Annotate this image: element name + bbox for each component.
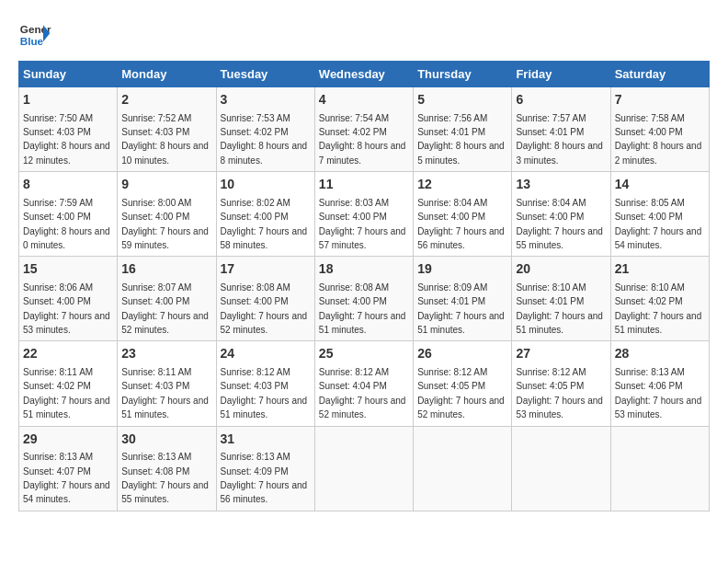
column-header-tuesday: Tuesday bbox=[216, 62, 314, 87]
day-number: 13 bbox=[516, 176, 606, 194]
week-row-5: 29 Sunrise: 8:13 AMSunset: 4:07 PMDaylig… bbox=[19, 426, 710, 511]
day-number: 15 bbox=[23, 260, 113, 279]
week-row-3: 15 Sunrise: 8:06 AMSunset: 4:00 PMDaylig… bbox=[19, 257, 710, 341]
day-cell: 6 Sunrise: 7:57 AMSunset: 4:01 PMDayligh… bbox=[512, 87, 610, 172]
day-cell: 10 Sunrise: 8:02 AMSunset: 4:00 PMDaylig… bbox=[216, 172, 314, 257]
day-info: Sunrise: 8:03 AMSunset: 4:00 PMDaylight:… bbox=[319, 198, 406, 250]
day-cell: 23 Sunrise: 8:11 AMSunset: 4:03 PMDaylig… bbox=[118, 341, 216, 426]
day-info: Sunrise: 8:12 AMSunset: 4:04 PMDaylight:… bbox=[319, 367, 406, 419]
day-number: 10 bbox=[221, 176, 311, 194]
day-cell: 17 Sunrise: 8:08 AMSunset: 4:00 PMDaylig… bbox=[216, 257, 314, 341]
day-cell: 24 Sunrise: 8:12 AMSunset: 4:03 PMDaylig… bbox=[216, 341, 314, 426]
day-info: Sunrise: 7:53 AMSunset: 4:02 PMDaylight:… bbox=[221, 113, 308, 166]
day-cell bbox=[314, 426, 413, 511]
day-cell: 9 Sunrise: 8:00 AMSunset: 4:00 PMDayligh… bbox=[118, 172, 216, 257]
day-cell: 25 Sunrise: 8:12 AMSunset: 4:04 PMDaylig… bbox=[314, 341, 413, 426]
day-number: 18 bbox=[319, 260, 409, 279]
day-number: 1 bbox=[23, 91, 113, 109]
day-cell: 3 Sunrise: 7:53 AMSunset: 4:02 PMDayligh… bbox=[216, 87, 314, 172]
day-cell: 4 Sunrise: 7:54 AMSunset: 4:02 PMDayligh… bbox=[314, 87, 413, 172]
day-cell: 27 Sunrise: 8:12 AMSunset: 4:05 PMDaylig… bbox=[512, 341, 610, 426]
day-info: Sunrise: 8:12 AMSunset: 4:05 PMDaylight:… bbox=[516, 367, 603, 419]
day-info: Sunrise: 7:54 AMSunset: 4:02 PMDaylight:… bbox=[319, 113, 406, 166]
day-cell: 31 Sunrise: 8:13 AMSunset: 4:09 PMDaylig… bbox=[216, 426, 314, 511]
day-cell: 1 Sunrise: 7:50 AMSunset: 4:03 PMDayligh… bbox=[19, 87, 118, 172]
day-cell bbox=[414, 426, 512, 511]
logo-icon: General Blue bbox=[18, 18, 51, 52]
day-info: Sunrise: 8:13 AMSunset: 4:09 PMDaylight:… bbox=[221, 452, 308, 504]
day-cell: 28 Sunrise: 8:13 AMSunset: 4:06 PMDaylig… bbox=[610, 341, 709, 426]
day-info: Sunrise: 7:58 AMSunset: 4:00 PMDaylight:… bbox=[615, 113, 702, 166]
day-cell: 14 Sunrise: 8:05 AMSunset: 4:00 PMDaylig… bbox=[610, 172, 709, 257]
day-cell: 18 Sunrise: 8:08 AMSunset: 4:00 PMDaylig… bbox=[314, 257, 413, 341]
day-info: Sunrise: 8:02 AMSunset: 4:00 PMDaylight:… bbox=[221, 198, 308, 250]
day-cell: 2 Sunrise: 7:52 AMSunset: 4:03 PMDayligh… bbox=[118, 87, 216, 172]
calendar-table: SundayMondayTuesdayWednesdayThursdayFrid… bbox=[18, 61, 710, 511]
day-number: 4 bbox=[319, 91, 409, 109]
column-header-wednesday: Wednesday bbox=[314, 62, 413, 87]
day-number: 6 bbox=[516, 91, 606, 109]
day-info: Sunrise: 8:05 AMSunset: 4:00 PMDaylight:… bbox=[615, 198, 702, 250]
header-row: SundayMondayTuesdayWednesdayThursdayFrid… bbox=[19, 62, 710, 87]
day-number: 20 bbox=[516, 260, 606, 279]
day-cell bbox=[512, 426, 610, 511]
week-row-2: 8 Sunrise: 7:59 AMSunset: 4:00 PMDayligh… bbox=[19, 172, 710, 257]
day-number: 11 bbox=[319, 176, 409, 194]
day-cell: 11 Sunrise: 8:03 AMSunset: 4:00 PMDaylig… bbox=[314, 172, 413, 257]
day-number: 2 bbox=[121, 91, 211, 109]
day-number: 12 bbox=[417, 176, 507, 194]
day-cell: 13 Sunrise: 8:04 AMSunset: 4:00 PMDaylig… bbox=[512, 172, 610, 257]
day-info: Sunrise: 7:57 AMSunset: 4:01 PMDaylight:… bbox=[516, 113, 603, 166]
day-info: Sunrise: 8:13 AMSunset: 4:08 PMDaylight:… bbox=[121, 452, 209, 504]
column-header-friday: Friday bbox=[512, 62, 610, 87]
week-row-1: 1 Sunrise: 7:50 AMSunset: 4:03 PMDayligh… bbox=[19, 87, 710, 172]
day-info: Sunrise: 8:13 AMSunset: 4:07 PMDaylight:… bbox=[23, 452, 110, 504]
day-info: Sunrise: 8:11 AMSunset: 4:03 PMDaylight:… bbox=[121, 367, 209, 419]
day-number: 3 bbox=[221, 91, 311, 109]
day-info: Sunrise: 7:50 AMSunset: 4:03 PMDaylight:… bbox=[23, 113, 110, 166]
day-number: 26 bbox=[417, 345, 507, 363]
day-number: 5 bbox=[417, 91, 507, 109]
column-header-saturday: Saturday bbox=[610, 62, 709, 87]
column-header-thursday: Thursday bbox=[414, 62, 512, 87]
day-number: 25 bbox=[319, 345, 409, 363]
day-info: Sunrise: 8:07 AMSunset: 4:00 PMDaylight:… bbox=[121, 282, 209, 335]
day-number: 7 bbox=[615, 91, 705, 109]
day-info: Sunrise: 8:10 AMSunset: 4:01 PMDaylight:… bbox=[516, 282, 603, 335]
day-number: 29 bbox=[23, 431, 113, 449]
day-cell: 19 Sunrise: 8:09 AMSunset: 4:01 PMDaylig… bbox=[414, 257, 512, 341]
day-cell: 20 Sunrise: 8:10 AMSunset: 4:01 PMDaylig… bbox=[512, 257, 610, 341]
day-number: 17 bbox=[221, 260, 311, 279]
day-cell: 12 Sunrise: 8:04 AMSunset: 4:00 PMDaylig… bbox=[414, 172, 512, 257]
day-number: 30 bbox=[121, 431, 211, 449]
day-number: 9 bbox=[121, 176, 211, 194]
week-row-4: 22 Sunrise: 8:11 AMSunset: 4:02 PMDaylig… bbox=[19, 341, 710, 426]
day-number: 24 bbox=[221, 345, 311, 363]
day-info: Sunrise: 8:09 AMSunset: 4:01 PMDaylight:… bbox=[417, 282, 505, 335]
day-cell: 26 Sunrise: 8:12 AMSunset: 4:05 PMDaylig… bbox=[414, 341, 512, 426]
day-cell: 30 Sunrise: 8:13 AMSunset: 4:08 PMDaylig… bbox=[118, 426, 216, 511]
column-header-monday: Monday bbox=[118, 62, 216, 87]
day-info: Sunrise: 8:12 AMSunset: 4:05 PMDaylight:… bbox=[417, 367, 505, 419]
day-info: Sunrise: 8:08 AMSunset: 4:00 PMDaylight:… bbox=[221, 282, 308, 335]
day-info: Sunrise: 8:04 AMSunset: 4:00 PMDaylight:… bbox=[516, 198, 603, 250]
day-info: Sunrise: 8:10 AMSunset: 4:02 PMDaylight:… bbox=[615, 282, 702, 335]
day-cell bbox=[610, 426, 709, 511]
day-info: Sunrise: 7:56 AMSunset: 4:01 PMDaylight:… bbox=[417, 113, 505, 166]
day-cell: 15 Sunrise: 8:06 AMSunset: 4:00 PMDaylig… bbox=[19, 257, 118, 341]
day-info: Sunrise: 8:00 AMSunset: 4:00 PMDaylight:… bbox=[121, 198, 209, 250]
day-info: Sunrise: 8:13 AMSunset: 4:06 PMDaylight:… bbox=[615, 367, 702, 419]
day-cell: 16 Sunrise: 8:07 AMSunset: 4:00 PMDaylig… bbox=[118, 257, 216, 341]
column-header-sunday: Sunday bbox=[19, 62, 118, 87]
day-cell: 22 Sunrise: 8:11 AMSunset: 4:02 PMDaylig… bbox=[19, 341, 118, 426]
header: General Blue bbox=[18, 18, 710, 52]
day-info: Sunrise: 7:59 AMSunset: 4:00 PMDaylight:… bbox=[23, 198, 110, 250]
day-number: 19 bbox=[417, 260, 507, 279]
day-info: Sunrise: 8:12 AMSunset: 4:03 PMDaylight:… bbox=[221, 367, 308, 419]
day-info: Sunrise: 8:04 AMSunset: 4:00 PMDaylight:… bbox=[417, 198, 505, 250]
day-number: 23 bbox=[121, 345, 211, 363]
day-number: 31 bbox=[221, 431, 311, 449]
svg-text:Blue: Blue bbox=[20, 35, 44, 47]
day-number: 27 bbox=[516, 345, 606, 363]
day-number: 22 bbox=[23, 345, 113, 363]
